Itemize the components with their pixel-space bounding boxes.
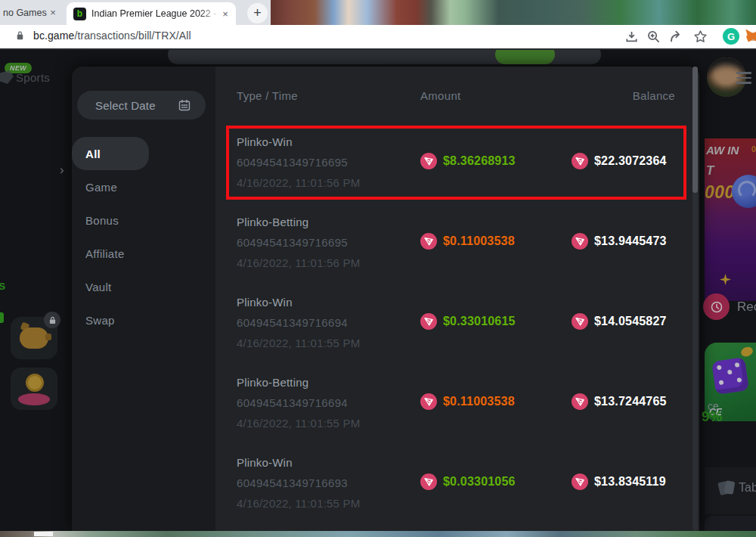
modal-tab-swap[interactable]: Swap [72,303,215,337]
modal-tab-all[interactable]: All [72,137,149,170]
url-path: /transactions/bill/TRX/All [74,29,191,42]
column-type-time: Type / Time [237,89,298,102]
table-row[interactable]: Plinko-Win 60494541349716693 4/16/2022, … [215,442,699,522]
sparkle-icon [720,274,731,285]
transaction-type-block: Plinko-Win 60494541349716695 4/16/2022, … [237,132,360,193]
tron-icon [420,153,437,169]
balance-value: $13.9445473 [594,234,667,248]
green-sliver-icon [0,312,4,323]
browser-tab-casino-games[interactable]: no Games & × [0,0,65,25]
zoom-icon[interactable] [646,29,661,44]
dice-icon [711,357,749,395]
transaction-id: 60494541349716694 [237,393,360,413]
amount-cell: $8.36268913 [420,153,516,169]
balance-cell: $14.0545827 [572,313,667,330]
table-row[interactable]: Plinko-Win 60494541349716694 4/16/2022, … [215,281,699,362]
url-domain: bc.game [33,29,74,42]
transaction-type-block: Plinko-Betting 60494541349716694 4/16/20… [237,372,360,433]
desktop-wallpaper [271,0,756,25]
tab-close-icon[interactable]: × [47,7,59,19]
table-header: Type / Time Amount Balance [215,67,699,115]
balance-value: $14.0545827 [594,315,667,328]
transaction-type-block: Plinko-Win 60494541349716694 4/16/2022, … [237,292,360,353]
banner-prize-text: 000 [705,182,735,203]
table-row[interactable]: Plinko-Win 60494541349716695 4/16/2022, … [215,121,699,201]
amount-value: $0.11003538 [443,395,515,408]
modal-tab-game[interactable]: Game [72,170,215,203]
recent-icon[interactable] [703,293,730,320]
taskbar-item [34,532,53,536]
url-text[interactable]: bc.game/transactions/bill/TRX/All [33,29,191,42]
install-app-icon[interactable] [624,29,639,44]
partial-green-text: s [0,278,5,293]
browser-toolbar: bc.game/transactions/bill/TRX/All G [0,25,756,48]
coin-base [18,393,50,405]
grammarly-extension-icon[interactable]: G [723,28,739,45]
transaction-type: Plinko-Betting [237,212,360,232]
modal-tab-bonus[interactable]: Bonus [72,203,215,237]
lottery-ball-icon [732,175,756,208]
coin-icon [26,374,44,392]
share-icon[interactable] [669,29,683,44]
select-date-filter[interactable]: Select Date [77,91,206,120]
piggy-bank-bonus-tile[interactable] [11,317,57,359]
clock-icon [710,300,723,314]
deposit-button-partial[interactable] [495,50,555,64]
amount-cell: $0.03301056 [420,473,516,490]
tron-icon [420,233,437,250]
amount-value: $8.36268913 [443,154,516,168]
piggy-bank-icon [20,327,48,349]
banner-text: T [706,163,714,178]
column-amount: Amount [420,89,461,102]
new-tab-button[interactable]: + [247,3,268,23]
browser-tab-strip: no Games & × b Indian Premier League 202… [0,0,756,25]
table-games-label[interactable]: Tab [739,481,756,495]
modal-tab-affiliate[interactable]: Affiliate [72,237,215,270]
menu-hamburger-icon[interactable] [736,72,751,87]
bookmark-star-icon[interactable] [693,29,708,44]
transaction-time: 4/16/2022, 11:01:56 PM [237,172,360,193]
transaction-type: Plinko-Win [237,132,360,152]
amount-cell: $0.33010615 [420,313,516,330]
balance-cell: $13.7244765 [572,393,667,410]
transaction-type: Plinko-Win [237,292,360,312]
tron-icon [572,313,588,330]
sidebar-item-sports[interactable]: Sports [16,71,50,84]
site-lock-icon[interactable] [17,31,23,40]
tron-icon [420,473,437,490]
lock-icon [48,316,57,324]
amount-cell: $0.11003538 [420,393,515,410]
transaction-type: Plinko-Betting [237,372,360,393]
metamask-extension-icon[interactable] [745,28,756,45]
amount-cell: $0.11003538 [420,233,515,250]
select-date-label: Select Date [95,99,178,112]
section-panel-lower [705,516,756,531]
tron-icon [572,153,588,169]
transaction-time: 4/16/2022, 11:01:56 PM [237,253,360,273]
column-balance: Balance [633,89,675,102]
modal-scrollbar[interactable] [692,67,698,531]
scrollbar-thumb[interactable] [692,67,698,193]
tab-title: no Games & [3,8,47,18]
sidebar-expand-chevron-icon[interactable]: › [60,163,64,178]
browser-tab-active[interactable]: b Indian Premier League 2022 - Fe × [67,2,236,25]
table-row[interactable]: Plinko-Betting 60494541349716695 4/16/20… [215,201,699,281]
transaction-id: 60494541349716695 [237,152,360,172]
playing-cards-icon [717,478,736,498]
balance-cell: $22.3072364 [572,153,667,169]
tron-icon [420,313,437,330]
tron-icon [572,473,588,490]
modal-tab-vault[interactable]: Vault [72,270,215,303]
transaction-time: 4/16/2022, 11:01:55 PM [237,333,360,353]
lock-badge [44,312,60,328]
transactions-modal: Select Date AllGameBonusAffiliateVaultSw… [72,67,699,531]
tab-close-icon[interactable]: × [219,8,231,20]
table-row[interactable]: Plinko-Betting 60494541349716694 4/16/20… [215,362,699,442]
banner-text: AW IN [706,144,739,157]
amount-value: $0.03301056 [443,475,516,489]
tab-title: Indian Premier League 2022 - Fe [91,8,219,19]
coin-drop-tile[interactable] [11,368,57,410]
promo-banner[interactable]: AW IN 0 T 000 [705,138,756,250]
transaction-id: 60494541349716694 [237,312,360,333]
balance-value: $22.3072364 [594,154,667,168]
